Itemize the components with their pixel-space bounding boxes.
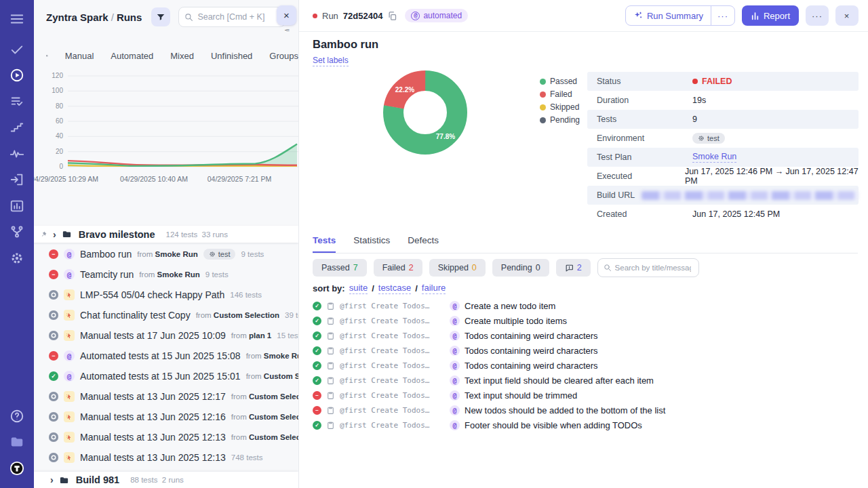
set-labels-link[interactable]: Set labels <box>313 56 349 66</box>
runs-search-input[interactable] <box>197 12 272 22</box>
breadcrumb-project[interactable]: Zyntra Spark <box>46 12 108 23</box>
panel-close-button[interactable]: × <box>277 5 296 25</box>
suite-path[interactable]: @first Create Todos… <box>340 302 445 310</box>
test-plan-link[interactable]: Smoke Run <box>692 152 736 163</box>
test-row[interactable]: − @first Create Todos… @ New todos shoul… <box>313 403 861 418</box>
run-title[interactable]: Chat functinality test Copy <box>80 310 191 321</box>
suite-path[interactable]: @first Create Todos… <box>340 391 445 400</box>
pin-icon[interactable] <box>39 230 47 239</box>
test-title[interactable]: Text input field should be cleared after… <box>465 375 654 386</box>
run-title[interactable]: Automated tests at 15 Jun 2025 15:08 <box>80 350 241 361</box>
chevron-right-icon[interactable]: › <box>53 229 56 240</box>
test-row[interactable]: ✓ @first Create Todos… @ Todos containin… <box>313 343 861 358</box>
panel-collapse-icon[interactable]: -= <box>285 26 289 33</box>
more-actions-button[interactable]: ··· <box>806 5 829 26</box>
milestone-row-build[interactable]: › Build 981 88 tests 2 runs <box>34 472 298 488</box>
milestones-steps-icon[interactable] <box>9 120 24 135</box>
import-icon[interactable] <box>9 172 24 187</box>
runs-search[interactable] <box>178 7 285 27</box>
filter-passed-chip[interactable]: Passed7 <box>313 259 367 277</box>
run-row[interactable]: Chat functinality test Copy from Custom … <box>34 305 298 325</box>
tab-tests[interactable]: Tests <box>313 235 336 253</box>
run-row[interactable]: ✓@ Automated tests at 15 Jun 2025 15:01 … <box>34 366 298 386</box>
run-title[interactable]: LMP-554 05/04 check Happy Path <box>80 289 224 300</box>
tab-unfinished[interactable]: Unfinished <box>211 51 252 61</box>
test-plans-icon[interactable] <box>9 94 24 109</box>
test-title[interactable]: Create a new todo item <box>465 301 555 311</box>
test-title[interactable]: Todos containing weird characters <box>465 346 598 356</box>
test-row[interactable]: ✓ @first Create Todos… @ Text input fiel… <box>313 373 861 388</box>
tests-check-icon[interactable] <box>9 42 24 57</box>
analytics-icon[interactable] <box>9 199 24 214</box>
run-title[interactable]: Manual tests at 13 Jun 2025 12:16 <box>80 411 226 422</box>
branches-icon[interactable] <box>9 224 24 239</box>
test-row[interactable]: ✓ @first Create Todos… @ Todos containin… <box>313 358 861 373</box>
app-logo[interactable] <box>9 461 24 476</box>
copy-icon[interactable] <box>387 11 397 21</box>
test-row[interactable]: ✓ @first Create Todos… @ Create a new to… <box>313 298 861 313</box>
milestone-name[interactable]: Build 981 <box>76 474 119 485</box>
sort-by-failure-link[interactable]: failure <box>422 283 446 294</box>
filter-skipped-chip[interactable]: Skipped0 <box>429 259 486 277</box>
test-row[interactable]: ✓ @first Create Todos… @ Todos containin… <box>313 328 861 343</box>
suite-path[interactable]: @first Create Todos… <box>340 331 445 340</box>
test-title[interactable]: Create multiple todo items <box>465 316 567 326</box>
run-row[interactable]: −@ Bamboo run from Smoke Run test 9 test… <box>34 244 298 264</box>
tab-statistics[interactable]: Statistics <box>353 235 390 253</box>
runs-play-icon[interactable] <box>9 68 24 83</box>
select-all-icon[interactable] <box>46 50 48 62</box>
settings-gear-icon[interactable] <box>9 251 24 266</box>
test-title[interactable]: Todos containing weird characters <box>465 361 598 371</box>
test-title[interactable]: Text input should be trimmed <box>465 390 577 401</box>
tab-automated[interactable]: Automated <box>111 51 153 61</box>
test-row[interactable]: ✓ @first Create Todos… @ Create multiple… <box>313 313 861 328</box>
filter-comments-chip[interactable]: 2 <box>556 259 591 277</box>
suite-path[interactable]: @first Create Todos… <box>340 376 445 385</box>
tab-defects[interactable]: Defects <box>408 235 439 253</box>
suite-path[interactable]: @first Create Todos… <box>340 406 445 415</box>
milestone-row-bravo[interactable]: › Bravo milestone 124 tests 33 runs <box>34 226 298 243</box>
suite-path[interactable]: @first Create Todos… <box>340 346 445 355</box>
build-url-link-blurred[interactable] <box>642 191 859 200</box>
pulse-icon[interactable] <box>9 146 24 161</box>
test-title[interactable]: Footer should be visible when adding TOD… <box>465 420 642 430</box>
tests-search-input[interactable] <box>615 264 691 272</box>
tab-manual[interactable]: Manual <box>65 51 94 61</box>
filter-button[interactable] <box>151 7 170 26</box>
suite-path[interactable]: @first Create Todos… <box>340 361 445 370</box>
tab-mixed[interactable]: Mixed <box>170 51 194 61</box>
run-summary-more-button[interactable]: ··· <box>711 6 734 25</box>
run-title[interactable]: Bamboo run <box>80 249 132 260</box>
filter-pending-chip[interactable]: Pending0 <box>492 259 549 277</box>
breadcrumb-section[interactable]: Runs <box>117 12 142 23</box>
sort-by-suite-link[interactable]: suite <box>349 283 368 294</box>
run-row[interactable]: Manual tests at 13 Jun 2025 12:13 748 te… <box>34 447 298 468</box>
report-button[interactable]: Report <box>742 5 799 26</box>
run-row[interactable]: Manual tests at 13 Jun 2025 12:16 from C… <box>34 407 298 427</box>
test-title[interactable]: New todos should be added to the bottom … <box>465 405 665 415</box>
breadcrumb[interactable]: Zyntra Spark/Runs <box>46 12 142 23</box>
test-row[interactable]: ✓ @first Create Todos… @ Footer should b… <box>313 418 861 432</box>
filter-failed-chip[interactable]: Failed2 <box>374 259 422 277</box>
run-summary-button[interactable]: Run Summary ··· <box>625 5 735 26</box>
run-row[interactable]: −@ Automated tests at 15 Jun 2025 15:08 … <box>34 346 298 366</box>
projects-folder-icon[interactable] <box>9 434 24 449</box>
run-row[interactable]: −@ Teamcity run from Smoke Run 9 tests <box>34 264 298 285</box>
run-title[interactable]: Automated tests at 15 Jun 2025 15:01 <box>80 371 241 382</box>
run-row[interactable]: LMP-554 05/04 check Happy Path 146 tests <box>34 285 298 305</box>
tests-search[interactable] <box>597 258 699 277</box>
test-title[interactable]: Todos containing weird characters <box>465 331 598 341</box>
run-title[interactable]: Manual tests at 13 Jun 2025 12:13 <box>80 432 226 443</box>
suite-path[interactable]: @first Create Todos… <box>340 317 445 325</box>
run-row[interactable]: Manual tests at 17 Jun 2025 10:09 from p… <box>34 325 298 346</box>
run-row[interactable]: Manual tests at 13 Jun 2025 12:17 from C… <box>34 386 298 407</box>
test-row[interactable]: − @first Create Todos… @ Text input shou… <box>313 388 861 403</box>
milestone-name[interactable]: Bravo milestone <box>79 229 155 240</box>
chevron-right-icon[interactable]: › <box>50 474 54 485</box>
close-run-button[interactable]: × <box>835 5 859 26</box>
tab-groups[interactable]: Groups <box>269 51 298 61</box>
run-title[interactable]: Manual tests at 13 Jun 2025 12:17 <box>80 391 226 402</box>
sort-by-testcase-link[interactable]: testcase <box>378 283 411 294</box>
run-row[interactable]: Manual tests at 13 Jun 2025 12:13 from C… <box>34 427 298 447</box>
run-title[interactable]: Manual tests at 17 Jun 2025 10:09 <box>80 330 226 341</box>
